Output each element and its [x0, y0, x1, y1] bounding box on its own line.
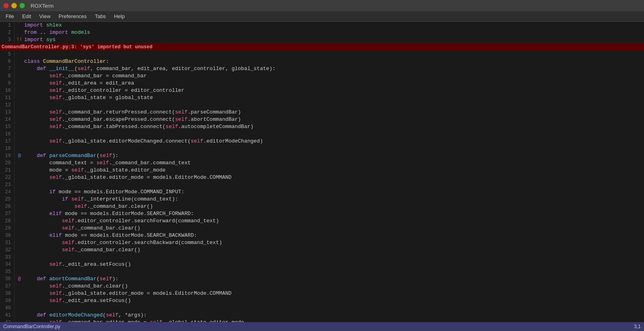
line-number: 33 — [0, 254, 14, 261]
window-title: ROXTerm — [31, 3, 54, 9]
close-button[interactable] — [3, 3, 9, 8]
minimize-button[interactable] — [11, 3, 17, 8]
code-line: 15 self._command_bar.tabPressed.connect(… — [0, 123, 644, 130]
line-content: def abortCommandBar(self): — [23, 275, 644, 283]
line-marker: @ — [16, 152, 23, 159]
line-content: self._command_bar.clear() — [23, 246, 644, 254]
line-content — [23, 304, 644, 312]
menu-item-tabs[interactable]: Tabs — [91, 12, 110, 20]
code-line: 39 self._edit_area.setFocus() — [0, 297, 644, 304]
line-number: 22 — [0, 174, 14, 181]
line-marker — [16, 145, 23, 152]
menu-item-file[interactable]: File — [2, 12, 18, 20]
line-number: 36 — [0, 275, 14, 283]
line-number: 19 — [0, 152, 14, 159]
code-line: 30 elif mode == models.EditorMode.SEARCH… — [0, 232, 644, 239]
line-content: self._command_bar.escapePressed.connect(… — [23, 116, 644, 123]
line-number: 2 — [0, 29, 14, 36]
line-number: 40 — [0, 304, 14, 312]
status-filename: CommandBarController.py — [3, 324, 60, 329]
line-number: 18 — [0, 145, 14, 152]
line-content: self._edit_area.setFocus() — [23, 297, 644, 304]
line-number: 27 — [0, 210, 14, 217]
line-content: self._global_state.editor_mode = models.… — [23, 174, 644, 181]
line-content: self._editor_controller = editor_control… — [23, 87, 644, 94]
line-marker — [16, 319, 23, 322]
code-line: 24 if mode == models.EditorMode.COMMAND_… — [0, 188, 644, 196]
code-line: CommandBarController.py:3: 'sys' importe… — [0, 43, 644, 51]
line-content: self._command_bar.clear() — [23, 283, 644, 290]
line-number: 14 — [0, 116, 14, 123]
line-content: self.editor_controller.searchBackward(co… — [23, 239, 644, 246]
titlebar: ROXTerm — [0, 0, 644, 11]
code-line: 6class CommandBarController: — [0, 58, 644, 65]
line-marker — [16, 297, 23, 304]
line-number: 8 — [0, 72, 14, 80]
line-number: 6 — [0, 58, 14, 65]
code-line: 23 — [0, 181, 644, 188]
line-content: self._command_bar.clear() — [23, 225, 644, 232]
code-line: 28 self.editor_controller.searchForward(… — [0, 217, 644, 225]
line-number: 34 — [0, 261, 14, 268]
line-number: 38 — [0, 290, 14, 297]
line-marker — [16, 268, 23, 275]
line-content: def editorModeChanged(self, *args): — [23, 312, 644, 319]
line-content: self._command_bar.clear() — [23, 203, 644, 210]
code-line: 11 self._global_state = global_state — [0, 94, 644, 101]
line-number: 25 — [0, 196, 14, 203]
line-number: 30 — [0, 232, 14, 239]
line-number: 7 — [0, 65, 14, 72]
menu-item-edit[interactable]: Edit — [18, 12, 35, 20]
line-number: 39 — [0, 297, 14, 304]
line-marker — [16, 130, 23, 138]
code-line: 26 self._command_bar.clear() — [0, 203, 644, 210]
code-line: 9 self._edit_area = edit_area — [0, 80, 644, 87]
code-line: 25 if self._interpretLine(command_text): — [0, 196, 644, 203]
menu-item-view[interactable]: View — [35, 12, 54, 20]
code-line: 35 — [0, 268, 644, 275]
line-marker — [16, 181, 23, 188]
line-marker — [16, 290, 23, 297]
code-line: 1import shlex — [0, 22, 644, 29]
line-number: 29 — [0, 225, 14, 232]
line-number: 11 — [0, 94, 14, 101]
line-number: 32 — [0, 246, 14, 254]
code-line: 36@ def abortCommandBar(self): — [0, 275, 644, 283]
line-content: def __init__(self, command_bar, edit_are… — [23, 65, 644, 72]
line-number: 24 — [0, 188, 14, 196]
line-number: 31 — [0, 239, 14, 246]
code-line: 27 elif mode == models.EditorMode.SEARCH… — [0, 210, 644, 217]
line-content — [23, 268, 644, 275]
line-number: 37 — [0, 283, 14, 290]
statusbar: CommandBarController.py 3,1 — [0, 322, 644, 331]
line-content — [23, 145, 644, 152]
code-line: 5 — [0, 51, 644, 58]
line-marker — [16, 246, 23, 254]
line-marker — [16, 254, 23, 261]
menu-item-help[interactable]: Help — [110, 12, 129, 20]
line-number: 35 — [0, 268, 14, 275]
line-number: 10 — [0, 87, 14, 94]
code-line: 19@ def parseCommandBar(self): — [0, 152, 644, 159]
code-line: 31 self.editor_controller.searchBackward… — [0, 239, 644, 246]
line-content — [23, 254, 644, 261]
line-marker — [16, 72, 23, 80]
line-content: elif mode == models.EditorMode.SEARCH_FO… — [23, 210, 644, 217]
line-content — [23, 101, 644, 109]
line-content: self._global_state = global_state — [23, 94, 644, 101]
line-marker — [16, 58, 23, 65]
code-line: 21 mode = self._global_state.editor_mode — [0, 167, 644, 174]
line-number: 17 — [0, 138, 14, 145]
code-line: 38 self._global_state.editor_mode = mode… — [0, 290, 644, 297]
line-marker — [16, 101, 23, 109]
line-content: self._command_bar.editor_mode = self._gl… — [23, 319, 644, 322]
code-lines: 1import shlex2from .. import models3!!im… — [0, 22, 644, 322]
line-content: import shlex — [23, 22, 644, 29]
menu-item-preferences[interactable]: Preferences — [54, 12, 91, 20]
code-line: 20 command_text = self._command_bar.comm… — [0, 159, 644, 167]
line-content: self._global_state.editorModeChanged.con… — [23, 138, 644, 145]
line-content: mode = self._global_state.editor_mode — [23, 167, 644, 174]
code-line: 37 self._command_bar.clear() — [0, 283, 644, 290]
maximize-button[interactable] — [19, 3, 25, 8]
line-number: 13 — [0, 109, 14, 116]
